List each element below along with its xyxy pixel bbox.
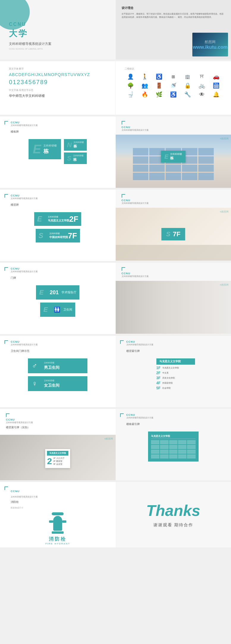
hydrant-label-cn: 消防栓	[49, 536, 67, 542]
floor-sign-section: CCNU 文科科研楼导视系统设计方案 楼层牌 E 文科科研楼 马克思主义文学院 …	[0, 190, 231, 261]
corner-bracket	[4, 121, 8, 125]
corner-bracket-7	[4, 486, 8, 490]
person2-icon: 🚶	[139, 73, 151, 80]
cover-tagline: CCNU SCHOOL OF LIBERAL ARTS	[9, 48, 107, 50]
building-sign-design-panel: CCNU 文科科研楼导视系统设计方案 楼栋牌 E 文科科研楼 栋 N	[0, 116, 116, 188]
elevator-icon: 🛗	[210, 82, 222, 89]
ib-panel-ccnu: CCNU	[126, 413, 225, 416]
hydrant-base	[52, 531, 64, 534]
sample-text: 华中师范大学文科科研楼	[9, 94, 106, 98]
floor-panel-subtitle: 文科科研楼导视系统设计方案	[11, 197, 110, 200]
corner-bracket-3	[4, 267, 8, 271]
corner-bracket-4	[4, 340, 8, 344]
floor-sign-type-label: 楼层牌	[6, 203, 110, 207]
door-sign-info-restroom: 🚻 卫生间	[51, 303, 75, 317]
typography-right: 二维标识 👤 🚶 ♿ ⊞ 🏢 ⛩ 🚗 🌳 👥 🚪 🚿 🔒 🚲 🛗 🚽 🔥 🌿	[116, 61, 231, 115]
photo-staircase-scene: 马克思主义文学院 2 1F 入口大厅 2F 教研室 3F 会议室 K酷图网	[0, 435, 116, 480]
bath-panel-subtitle: 文科科研楼导视系统设计方案	[11, 343, 110, 346]
font-label-cn: 英文字体·数字	[9, 67, 106, 70]
floor-index-in-photo: 马克思主义文学院 2 1F 入口大厅 2F 教研室 3F 会议室	[45, 449, 70, 468]
restroom-icon: 🚻	[54, 306, 60, 313]
fi-photo-subtitle: 文科科研楼导视系统设计方案	[6, 421, 110, 424]
fi-photo-ccnu: CCNU	[6, 418, 110, 421]
floor-sign-info-s: 文科科研楼 中国农科研究院 7F	[46, 229, 80, 243]
fire-icon: 🔥	[139, 91, 151, 98]
floor-photo-ccnu: CCNU	[122, 199, 225, 202]
building-sign-set: E 文科科研楼 栋 N 文科科研楼 栋	[6, 136, 110, 167]
floor-sign-letter-e: E	[34, 212, 45, 226]
door-sign-photo-panel: CCNU 文科科研楼导视系统设计方案 E 201 学术报告厅 K酷图网	[116, 263, 231, 334]
info-board-display: 马克思主义文学院	[148, 432, 199, 462]
building-sign-type-label: 楼栋牌	[6, 130, 110, 134]
thanks-subtitle: 谢谢观看 期待合作	[153, 522, 193, 528]
door-sign-design-panel: CCNU 文科科研楼导视系统设计方案 门牌 E 201 学术报告厅 E	[0, 263, 116, 334]
design-concept-title: 设计理念	[122, 6, 225, 10]
photo-watermark: 酷图网	[193, 40, 228, 45]
toilet-icon: 🚽	[125, 91, 136, 98]
panel-subtitle: 文科科研楼导视系统设计方案	[11, 124, 110, 127]
hydrant-design-panel: CCNU 文科科研楼导视系统设计方案 消防栓 配套物成尺寸 消防栓	[0, 482, 116, 547]
fi-photo-type: 楼层索引牌（实拍）	[6, 426, 110, 429]
photo-watermark-right: K酷图网	[220, 137, 229, 140]
door-icon: 🚪	[153, 82, 165, 89]
corridor-scene: E 201 学术报告厅 K酷图网	[116, 281, 231, 334]
hydrant-side-right	[62, 520, 66, 523]
floor-sign-info-e: 文科科研楼 马克思主义文学院 2F	[45, 212, 81, 226]
corner-bracket-5	[120, 340, 124, 344]
info-board-grid	[151, 440, 196, 459]
wheelchair2-icon: ♿	[167, 91, 179, 98]
info-board-type-label: 楼栋索引牌	[122, 422, 225, 426]
panel-ccnu: CCNU	[11, 121, 110, 124]
floor-sign-letter-s: S	[36, 229, 46, 243]
building-photo: E 文科科研楼 栋 K酷图网	[116, 135, 231, 188]
lock-icon: 🔒	[182, 82, 194, 89]
numbers-display: 0123456789	[9, 79, 106, 86]
faucet-icon: 🚿	[167, 82, 179, 89]
hydrant-icon: 消防栓 FIRE HYDRANT	[45, 512, 70, 545]
hydrant-label-en: FIRE HYDRANT	[45, 542, 70, 545]
staircase-watermark: K酷图网	[220, 210, 229, 213]
icon-label: 二维标识	[125, 67, 222, 70]
male-text-block: 文科科研楼 男卫生间	[41, 358, 87, 373]
staircase-scene: S 7F K酷图网	[116, 208, 231, 261]
bathroom-signs-container: ♂ 文科科研楼 男卫生间 ♀ 文科科研楼 女卫生间	[6, 355, 110, 394]
building-exterior: E 文科科研楼 栋 K酷图网	[116, 135, 231, 188]
female-restroom-sign: ♀ 文科科研楼 女卫生间	[28, 376, 87, 391]
floor-index-display: 马克思主义文学院 1F 马克思主义文学院 2F 中文系 3F 历史文化学院	[122, 355, 225, 394]
gate-icon: ⛩	[196, 73, 208, 80]
building-photo-panel: CCNU 文科科研楼导视系统设计方案 E 文科科研楼 栋	[116, 116, 231, 188]
building-icon: 🏢	[182, 73, 194, 80]
info-board-title: 马克思主义文学院	[151, 434, 196, 439]
door-sign-info-201: 201 学术报告厅	[47, 285, 79, 300]
sign-s: S 文科科研楼 栋	[64, 152, 87, 164]
door-photo-ccnu: CCNU	[122, 272, 225, 275]
hydrant-note: 配套物成尺寸	[11, 506, 110, 509]
hydrant-top	[52, 512, 64, 515]
door-sign-section: CCNU 文科科研楼导视系统设计方案 门牌 E 201 学术报告厅 E	[0, 263, 231, 334]
sign-dept-cn: 文科科研楼	[43, 144, 57, 148]
thanks-panel: Thanks 谢谢观看 期待合作	[116, 482, 231, 547]
eye-icon: 👁	[196, 91, 208, 98]
hydrant-thanks-section: CCNU 文科科研楼导视系统设计方案 消防栓 配套物成尺寸 消防栓	[0, 482, 231, 547]
floor-index-panel: CCNU 文科科研楼导视系统设计方案 楼层索引牌 马克思主义文学院 1F 马克思…	[116, 336, 231, 407]
car-icon: 🚗	[210, 73, 222, 80]
hydrant-body	[53, 516, 62, 531]
door-sign-letter-e2: E	[40, 303, 51, 317]
floor-sign-design-panel: CCNU 文科科研楼导视系统设计方案 楼层牌 E 文科科研楼 马克思主义文学院 …	[0, 190, 116, 261]
corridor-watermark: K酷图网	[220, 283, 229, 286]
bike-icon: 🚲	[196, 82, 208, 89]
sample-label: 中文字体·应用文字示范	[9, 89, 106, 92]
sign-suffix: 栋	[43, 148, 57, 155]
door-sign-201: E 201 学术报告厅	[36, 285, 79, 300]
hydrant-ccnu: CCNU	[11, 490, 20, 493]
bell-icon: 🔔	[210, 91, 222, 98]
typography-section: 英文字体·数字 ABCDEFGHIJKLMNOPQRSTUVWXYZ 01234…	[0, 61, 231, 115]
building-sign-section: CCNU 文科科研楼导视系统设计方案 楼栋牌 E 文科科研楼 栋 N	[0, 116, 231, 188]
info-board-design: 马克思主义文学院	[122, 429, 225, 465]
door-sign-letter-e1: E	[36, 285, 47, 300]
index-panel-ccnu: CCNU	[126, 340, 225, 343]
floor-index-photo-view: 马克思主义文学院 2 1F 入口大厅 2F 教研室 3F 会议室 K酷图网	[0, 435, 116, 480]
ib-panel-subtitle: 文科科研楼导视系统设计方案	[126, 416, 225, 419]
male-icon-block: ♂	[28, 358, 41, 373]
hydrant-type-label: 消防栓	[11, 500, 110, 504]
